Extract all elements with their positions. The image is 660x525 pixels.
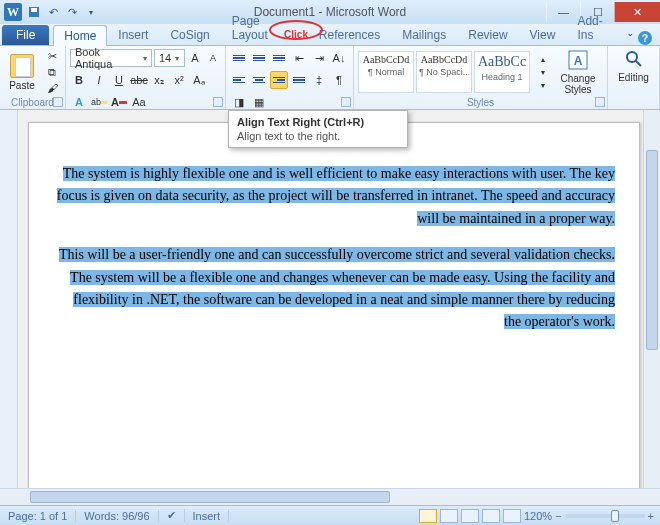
qat-customize-icon[interactable]: ▾: [83, 4, 99, 20]
tab-mailings[interactable]: Mailings: [391, 24, 457, 45]
group-styles: AaBbCcDd ¶ Normal AaBbCcDd ¶ No Spaci...…: [354, 46, 608, 109]
font-dialog-launcher[interactable]: [213, 97, 223, 107]
paste-icon: [10, 54, 34, 78]
tab-review[interactable]: Review: [457, 24, 518, 45]
status-mode[interactable]: Insert: [185, 510, 230, 522]
cut-icon[interactable]: ✂: [44, 49, 60, 63]
change-styles-button[interactable]: A Change Styles: [556, 49, 600, 95]
zoom-out-button[interactable]: −: [555, 510, 561, 522]
increase-indent-icon[interactable]: ⇥: [310, 49, 328, 67]
group-font: Book Antiqua▾ 14▾ A A B I U abc x₂ x² Aₐ…: [66, 46, 226, 109]
quick-access-toolbar: ↶ ↷ ▾: [26, 4, 99, 20]
view-web-layout-icon[interactable]: [461, 509, 479, 523]
style-heading1[interactable]: AaBbCc Heading 1: [474, 51, 530, 93]
align-center-icon[interactable]: [250, 71, 268, 89]
font-family-combo[interactable]: Book Antiqua▾: [70, 49, 152, 67]
style-normal[interactable]: AaBbCcDd ¶ Normal: [358, 51, 414, 93]
group-clipboard: Paste ✂ ⧉ 🖌 Clipboard: [0, 46, 66, 109]
strikethrough-button[interactable]: abc: [130, 71, 148, 89]
bold-button[interactable]: B: [70, 71, 88, 89]
view-print-layout-icon[interactable]: [419, 509, 437, 523]
paragraph-2: This will be a user-friendly one and can…: [59, 247, 615, 329]
multilevel-list-icon[interactable]: [270, 49, 288, 67]
ribbon-tabs: File Home Insert CoSign Page Layout Refe…: [0, 24, 660, 46]
justify-icon[interactable]: [290, 71, 308, 89]
hscroll-thumb[interactable]: [30, 491, 390, 503]
grow-font-icon[interactable]: A: [187, 49, 203, 67]
shrink-font-icon[interactable]: A: [205, 49, 221, 67]
minimize-ribbon-icon[interactable]: ˇ: [628, 32, 632, 44]
status-bar: Page: 1 of 1 Words: 96/96 ✔ Insert 120% …: [0, 505, 660, 525]
tab-cosign[interactable]: CoSign: [159, 24, 220, 45]
change-case-icon[interactable]: Aa: [130, 93, 148, 111]
font-color-icon[interactable]: A: [110, 93, 128, 111]
align-right-icon[interactable]: [270, 71, 288, 89]
tab-view[interactable]: View: [519, 24, 567, 45]
styles-scroll-up-icon[interactable]: ▴: [534, 53, 552, 65]
superscript-button[interactable]: x²: [170, 71, 188, 89]
tooltip-align-right: Align Text Right (Ctrl+R) Align text to …: [228, 110, 408, 148]
subscript-button[interactable]: x₂: [150, 71, 168, 89]
styles-more-icon[interactable]: ▾: [534, 79, 552, 91]
tooltip-body: Align text to the right.: [237, 130, 399, 142]
decrease-indent-icon[interactable]: ⇤: [290, 49, 308, 67]
show-hide-icon[interactable]: ¶: [330, 71, 348, 89]
line-spacing-icon[interactable]: ‡: [310, 71, 328, 89]
clipboard-dialog-launcher[interactable]: [53, 97, 63, 107]
borders-icon[interactable]: ▦: [250, 93, 268, 111]
align-left-icon[interactable]: [230, 71, 248, 89]
file-tab[interactable]: File: [2, 25, 49, 45]
zoom-in-button[interactable]: +: [648, 510, 654, 522]
highlight-color-icon[interactable]: ab: [90, 93, 108, 111]
tooltip-title: Align Text Right (Ctrl+R): [237, 116, 399, 128]
bullets-icon[interactable]: [230, 49, 248, 67]
status-proofing-icon[interactable]: ✔: [159, 509, 185, 522]
document-area: ▤ Align Text Right (Ctrl+R) Align text t…: [0, 110, 660, 505]
editing-label: [612, 96, 655, 109]
view-draft-icon[interactable]: [503, 509, 521, 523]
paste-button[interactable]: Paste: [4, 49, 40, 95]
horizontal-scrollbar[interactable]: [0, 488, 660, 505]
text-effects-icon[interactable]: A: [70, 93, 88, 111]
underline-button[interactable]: U: [110, 71, 128, 89]
zoom-level[interactable]: 120%: [524, 510, 552, 522]
copy-icon[interactable]: ⧉: [44, 65, 60, 79]
tab-home[interactable]: Home: [53, 25, 107, 46]
paste-label: Paste: [9, 80, 35, 91]
undo-icon[interactable]: ↶: [45, 4, 61, 20]
svg-text:A: A: [574, 54, 583, 68]
shading-icon[interactable]: ◨: [230, 93, 248, 111]
paragraph-1: The system is highly flexible one and is…: [57, 166, 615, 226]
vscroll-thumb[interactable]: [646, 150, 658, 350]
styles-dialog-launcher[interactable]: [595, 97, 605, 107]
save-icon[interactable]: [26, 4, 42, 20]
format-painter-icon[interactable]: 🖌: [44, 81, 60, 95]
zoom-slider[interactable]: [565, 514, 645, 518]
help-icon[interactable]: ?: [638, 31, 652, 45]
styles-scroll-down-icon[interactable]: ▾: [534, 66, 552, 78]
sort-icon[interactable]: A↓: [330, 49, 348, 67]
tab-add-ins[interactable]: Add-Ins: [566, 10, 628, 45]
status-page[interactable]: Page: 1 of 1: [0, 510, 76, 522]
tab-references[interactable]: References: [308, 24, 391, 45]
vertical-scrollbar[interactable]: [643, 110, 660, 488]
ribbon: Paste ✂ ⧉ 🖌 Clipboard Book Antiqua▾ 14▾ …: [0, 46, 660, 110]
numbering-icon[interactable]: [250, 49, 268, 67]
clear-formatting-icon[interactable]: Aₐ: [190, 71, 208, 89]
font-size-combo[interactable]: 14▾: [154, 49, 185, 67]
paragraph-dialog-launcher[interactable]: [341, 97, 351, 107]
view-outline-icon[interactable]: [482, 509, 500, 523]
document-page[interactable]: The system is highly flexible one and is…: [28, 122, 640, 505]
status-words[interactable]: Words: 96/96: [76, 510, 158, 522]
zoom-knob[interactable]: [611, 510, 619, 522]
style-no-spacing[interactable]: AaBbCcDd ¶ No Spaci...: [416, 51, 472, 93]
italic-button[interactable]: I: [90, 71, 108, 89]
redo-icon[interactable]: ↷: [64, 4, 80, 20]
app-icon: W: [4, 3, 22, 21]
title-bar: W ↶ ↷ ▾ Document1 - Microsoft Word — ☐ ✕: [0, 0, 660, 24]
tab-insert[interactable]: Insert: [107, 24, 159, 45]
svg-rect-1: [31, 8, 37, 12]
editing-button[interactable]: Editing: [612, 48, 656, 83]
tab-page-layout[interactable]: Page Layout: [221, 10, 308, 45]
view-full-screen-icon[interactable]: [440, 509, 458, 523]
